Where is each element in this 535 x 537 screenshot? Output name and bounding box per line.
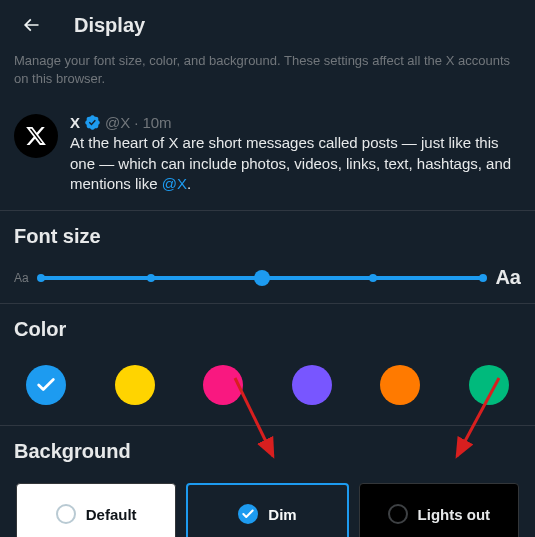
background-title: Background — [14, 440, 521, 463]
background-default-label: Default — [86, 506, 137, 523]
color-section: Color — [0, 304, 535, 426]
post-display-name: X — [70, 114, 80, 131]
check-icon — [241, 507, 255, 521]
color-option-pink[interactable] — [203, 365, 243, 405]
background-option-dim[interactable]: Dim — [186, 483, 348, 537]
post-content: X @X · 10m At the heart of X are short m… — [70, 114, 521, 194]
post-header: X @X · 10m — [70, 114, 521, 131]
slider-tick — [479, 274, 487, 282]
radio-checked — [238, 504, 258, 524]
background-lightsout-label: Lights out — [418, 506, 490, 523]
color-option-purple[interactable] — [292, 365, 332, 405]
color-option-green[interactable] — [469, 365, 509, 405]
page-title: Display — [74, 14, 145, 37]
slider-thumb[interactable] — [254, 270, 270, 286]
slider-tick — [37, 274, 45, 282]
color-option-blue[interactable] — [26, 365, 66, 405]
x-logo-icon — [25, 125, 47, 147]
background-section: Background Default Dim Lights out — [0, 426, 535, 537]
slider-tick — [147, 274, 155, 282]
header: Display — [0, 0, 535, 52]
font-size-small-label: Aa — [14, 271, 29, 285]
slider-tick — [369, 274, 377, 282]
back-button[interactable] — [14, 8, 48, 42]
font-size-slider[interactable] — [41, 276, 484, 280]
background-dim-label: Dim — [268, 506, 296, 523]
avatar — [14, 114, 58, 158]
post-handle: @X — [105, 114, 130, 131]
page-description: Manage your font size, color, and backgr… — [0, 52, 535, 102]
color-option-orange[interactable] — [380, 365, 420, 405]
font-size-large-label: Aa — [495, 266, 521, 289]
radio-unchecked — [388, 504, 408, 524]
font-size-slider-row: Aa Aa — [14, 266, 521, 289]
sample-post: X @X · 10m At the heart of X are short m… — [0, 102, 535, 211]
radio-unchecked — [56, 504, 76, 524]
color-title: Color — [14, 318, 521, 341]
post-time: 10m — [142, 114, 171, 131]
post-text-end: . — [187, 175, 191, 192]
font-size-title: Font size — [14, 225, 521, 248]
check-icon — [35, 374, 57, 396]
color-option-yellow[interactable] — [115, 365, 155, 405]
post-separator: · — [134, 114, 138, 131]
background-option-default[interactable]: Default — [16, 483, 176, 537]
verified-badge-icon — [84, 114, 101, 131]
background-options: Default Dim Lights out — [14, 481, 521, 537]
post-body: At the heart of X are short messages cal… — [70, 133, 521, 194]
arrow-left-icon — [21, 15, 41, 35]
color-options — [14, 359, 521, 411]
post-text: At the heart of X are short messages cal… — [70, 134, 511, 192]
post-mention[interactable]: @X — [162, 175, 187, 192]
font-size-section: Font size Aa Aa — [0, 211, 535, 304]
background-option-lightsout[interactable]: Lights out — [359, 483, 519, 537]
